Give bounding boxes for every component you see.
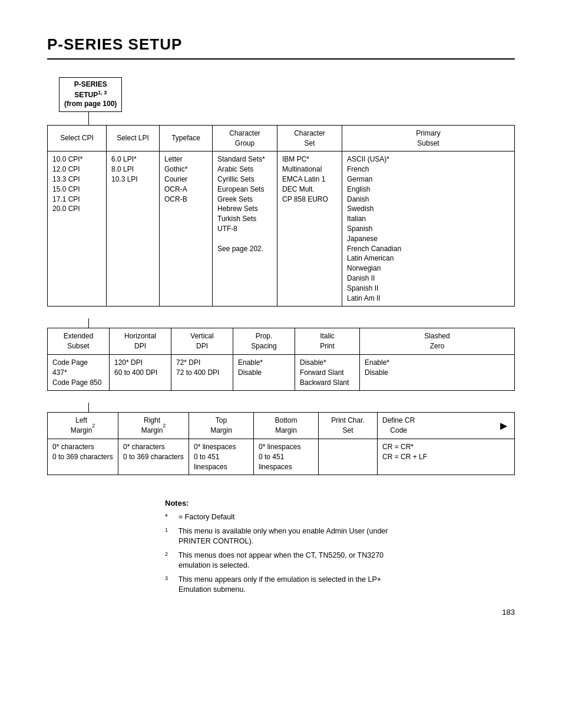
- section3: LeftMargin2 RightMargin2 TopMargin Botto…: [47, 412, 515, 475]
- header-right-margin: RightMargin2: [118, 413, 189, 439]
- values-top-margin: 0* linespaces 0 to 451 linespaces: [189, 439, 254, 475]
- note-item-2: 2 This menus does not appear when the CT…: [165, 551, 515, 571]
- values-define-cr: CR = CR* CR = CR + LF: [378, 439, 514, 475]
- note-marker-1: 1: [165, 526, 168, 538]
- header-char-group: CharacterGroup: [213, 126, 277, 151]
- values-select-cpi: 10.0 CPI* 12.0 CPI 13.3 CPI 15.0 CPI 17.…: [48, 151, 107, 306]
- values-bottom-margin: 0* linespaces 0 to 451 linespaces: [254, 439, 319, 475]
- header-italic-print: ItalicPrint: [295, 328, 360, 354]
- note-item-3: 3 This menu appears only if the emulatio…: [165, 575, 515, 595]
- diagram: P-SERIES SETUP1, 3 (from page 100) Selec…: [47, 77, 515, 475]
- note-marker-2: 2: [165, 551, 168, 562]
- values-vert-dpi: 72* DPI 72 to 400 DPI: [171, 355, 233, 390]
- values-char-set: IBM PC* Multinational EMCA Latin 1 DEC M…: [277, 151, 342, 306]
- notes-section: Notes: * = Factory Default 1 This menu i…: [165, 499, 515, 595]
- values-slashed-zero: Enable* Disable: [360, 355, 514, 390]
- note-item-factory: * = Factory Default: [165, 512, 515, 523]
- values-prop-spacing: Enable* Disable: [233, 355, 295, 390]
- header-horiz-dpi: HorizontalDPI: [110, 328, 171, 354]
- page-number: 183: [502, 608, 515, 617]
- start-box-sup: 1, 3: [98, 90, 107, 95]
- notes-title: Notes:: [165, 499, 515, 508]
- header-char-set: CharacterSet: [277, 126, 342, 151]
- start-box-line2: SETUP: [74, 91, 98, 99]
- note-marker-3: 3: [165, 575, 168, 587]
- note-item-1: 1 This menu is available only when you e…: [165, 526, 515, 547]
- note-text-3: This menu appears only if the emulation …: [174, 575, 381, 594]
- header-primary-subset: PrimarySubset: [342, 126, 514, 151]
- note-text-1: This menu is available only when you ena…: [174, 527, 388, 546]
- values-right-margin: 0* characters 0 to 369 characters: [118, 439, 189, 475]
- header-left-margin: LeftMargin2: [48, 413, 118, 439]
- header-ext-subset: ExtendedSubset: [48, 328, 110, 354]
- start-box-line3: (from page 100): [64, 100, 117, 108]
- values-typeface: Letter Gothic* Courier OCR-A OCR-B: [160, 151, 213, 306]
- start-box: P-SERIES SETUP1, 3 (from page 100): [59, 77, 122, 112]
- header-typeface: Typeface: [160, 126, 213, 151]
- values-select-lpi: 6.0 LPI* 8.0 LPI 10.3 LPI: [107, 151, 160, 306]
- header-define-cr: Define CRCode ►: [378, 413, 514, 439]
- values-left-margin: 0* characters 0 to 369 characters: [48, 439, 118, 475]
- header-select-cpi: Select CPI: [48, 126, 107, 151]
- values-char-group: Standard Sets* Arabic Sets Cyrillic Sets…: [213, 151, 277, 306]
- values-primary-subset: ASCII (USA)* French German English Danis…: [342, 151, 514, 306]
- values-ext-subset: Code Page 437* Code Page 850: [48, 355, 110, 390]
- header-slashed-zero: SlashedZero: [360, 328, 514, 354]
- section1: Select CPI Select LPI Typeface Character…: [47, 125, 515, 307]
- header-select-lpi: Select LPI: [107, 126, 160, 151]
- header-print-char-set: Print Char.Set: [319, 413, 378, 439]
- note-text-2: This menus does not appear when the CT, …: [174, 551, 384, 570]
- header-vert-dpi: VerticalDPI: [171, 328, 233, 354]
- header-bottom-margin: BottomMargin: [254, 413, 319, 439]
- start-box-line1: P-SERIES: [74, 80, 107, 88]
- note-marker-factory: *: [165, 512, 168, 523]
- header-prop-spacing: Prop.Spacing: [233, 328, 295, 354]
- values-italic-print: Disable* Forward Slant Backward Slant: [295, 355, 360, 390]
- section2: ExtendedSubset HorizontalDPI VerticalDPI…: [47, 328, 515, 391]
- define-cr-arrow-icon: ►: [498, 417, 510, 434]
- note-text-factory: = Factory Default: [174, 513, 234, 521]
- page-title: P-SERIES SETUP: [47, 35, 515, 54]
- define-cr-label: Define CRCode: [382, 416, 415, 436]
- header-top-margin: TopMargin: [189, 413, 254, 439]
- values-print-char-set: [319, 439, 378, 475]
- values-horiz-dpi: 120* DPI 60 to 400 DPI: [110, 355, 171, 390]
